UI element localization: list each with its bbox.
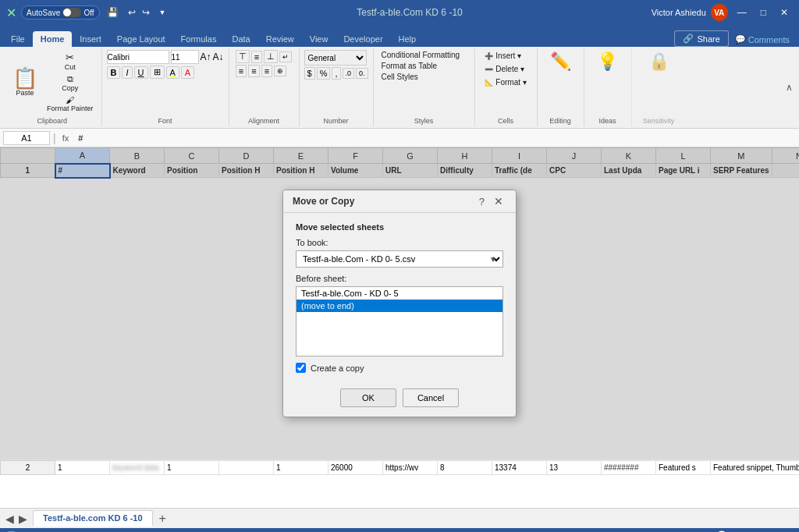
currency-button[interactable]: $ — [304, 67, 315, 80]
data-cell[interactable]: 1 — [165, 461, 219, 475]
align-middle-button[interactable]: ≡ — [251, 51, 262, 63]
align-top-button[interactable]: ⊤ — [236, 50, 250, 63]
sheet-item-0[interactable]: Testf-a-ble.Com - KD 0- 5 — [297, 287, 502, 300]
dialog-help-icon[interactable]: ? — [479, 196, 485, 207]
insert-button[interactable]: ➕ Insert ▾ — [481, 50, 524, 62]
customize-qat-button[interactable]: ▼ — [157, 8, 169, 17]
format-painter-button[interactable]: 🖌 Format Painter — [44, 94, 97, 114]
tab-help[interactable]: Help — [391, 31, 424, 47]
italic-button[interactable]: I — [122, 66, 132, 79]
decrease-decimal-button[interactable]: 0. — [356, 68, 368, 79]
merge-button[interactable]: ⊕ — [274, 66, 286, 76]
data-cell[interactable]: 26000 — [328, 461, 383, 475]
align-center-button[interactable]: ≡ — [248, 65, 259, 77]
align-right-button[interactable]: ≡ — [261, 65, 272, 77]
data-cell[interactable]: ######## — [602, 461, 656, 475]
sheet-tab-active[interactable]: Testf-a-ble.com KD 6 -10 — [33, 510, 153, 527]
ribbon-expand-button[interactable]: ∧ — [786, 82, 793, 93]
format-icon: 📐 — [485, 79, 493, 87]
comma-button[interactable]: , — [332, 67, 340, 80]
dialog-close-button[interactable]: ✕ — [491, 195, 506, 207]
format-button[interactable]: 📐 Format ▾ — [481, 76, 529, 88]
increase-font-button[interactable]: A↑ — [201, 51, 211, 62]
create-copy-checkbox[interactable] — [296, 363, 306, 373]
ideas-group: 💡 Ideas — [584, 48, 631, 126]
tab-page-layout[interactable]: Page Layout — [109, 31, 173, 47]
data-cell[interactable]: Featured s — [656, 461, 711, 475]
title-bar: ✕ AutoSave Off 💾 ↩ ↪ ▼ Testf-a-ble.Com K… — [0, 0, 799, 25]
minimize-button[interactable]: — — [733, 5, 751, 20]
autosave-badge[interactable]: AutoSave Off — [21, 5, 100, 20]
wrap-text-button[interactable]: ↵ — [279, 51, 292, 62]
close-button[interactable]: ✕ — [776, 5, 793, 20]
borders-button[interactable]: ⊞ — [150, 66, 165, 79]
data-cell[interactable]: Featured snippet, Thumb — [711, 461, 800, 475]
data-cell[interactable]: 8 — [438, 461, 492, 475]
to-book-select[interactable]: Testf-a-ble.Com - KD 0- 5.csv — [296, 250, 503, 268]
comments-button[interactable]: 💬 Comments — [729, 32, 796, 47]
font-name-input[interactable] — [107, 50, 169, 64]
data-cell[interactable]: keyword data — [110, 461, 165, 475]
data-cell[interactable] — [219, 461, 274, 475]
share-button[interactable]: 🔗 Share — [674, 30, 728, 47]
align-left-button[interactable]: ≡ — [236, 65, 247, 77]
percent-button[interactable]: % — [317, 67, 331, 80]
font-size-input[interactable] — [171, 50, 199, 64]
data-cell[interactable]: 13 — [547, 461, 602, 475]
editing-label: Editing — [538, 117, 584, 125]
spreadsheet-area: A B C D E F G H I J K L M N — [0, 147, 799, 459]
tab-review[interactable]: Review — [258, 31, 302, 47]
excel-logo: ✕ — [6, 5, 16, 20]
prev-sheet-button[interactable]: ◀ — [3, 512, 16, 525]
user-avatar[interactable]: VA — [711, 4, 728, 21]
redo-button[interactable]: ↪ — [140, 6, 152, 19]
formula-input[interactable] — [75, 131, 796, 145]
sheet-item-1[interactable]: (move to end) — [297, 300, 502, 312]
dialog-header: Move or Copy ? ✕ — [283, 190, 516, 213]
maximize-button[interactable]: □ — [756, 5, 771, 20]
sensitivity-group: 🔒 Sensitivity — [631, 48, 686, 126]
function-wizard-button[interactable]: fx — [59, 133, 73, 143]
number-label: Number — [300, 117, 373, 125]
add-sheet-button[interactable]: + — [154, 512, 171, 526]
tab-view[interactable]: View — [302, 31, 336, 47]
cell-styles-button[interactable]: Cell Styles — [377, 72, 471, 82]
data-cell[interactable]: https://wv — [383, 461, 438, 475]
tab-file[interactable]: File — [3, 31, 33, 47]
bold-button[interactable]: B — [107, 66, 121, 79]
decrease-font-button[interactable]: A↓ — [213, 51, 224, 62]
cell-reference-input[interactable] — [3, 131, 50, 145]
comment-icon: 💬 — [735, 34, 746, 44]
autosave-state: Off — [83, 9, 94, 17]
conditional-formatting-button[interactable]: Conditional Formatting — [377, 50, 471, 60]
font-color-button[interactable]: A — [181, 66, 194, 79]
data-cell[interactable]: 1 — [274, 461, 328, 475]
tab-insert[interactable]: Insert — [72, 31, 109, 47]
ideas-button[interactable]: 💡 — [594, 50, 621, 73]
align-bottom-button[interactable]: ⊥ — [264, 50, 278, 63]
underline-button[interactable]: U — [134, 66, 148, 79]
tab-developer[interactable]: Developer — [336, 31, 390, 47]
number-format-select[interactable]: General — [304, 50, 367, 66]
data-cell[interactable]: 1 — [55, 461, 110, 475]
data-cell[interactable]: 13374 — [492, 461, 547, 475]
ok-button[interactable]: OK — [340, 388, 396, 407]
autosave-toggle[interactable] — [62, 8, 81, 17]
format-as-table-button[interactable]: Format as Table — [377, 61, 471, 71]
fill-color-button[interactable]: A — [166, 66, 179, 79]
increase-decimal-button[interactable]: .0 — [343, 68, 355, 79]
tab-home[interactable]: Home — [33, 31, 73, 47]
tab-data[interactable]: Data — [224, 31, 257, 47]
tab-formulas[interactable]: Formulas — [173, 31, 225, 47]
copy-button[interactable]: ⧉ Copy — [44, 73, 97, 94]
delete-button[interactable]: ➖ Delete ▾ — [481, 63, 527, 75]
undo-button[interactable]: ↩ — [126, 6, 138, 19]
save-button[interactable]: 💾 — [105, 6, 121, 19]
paste-button[interactable]: 📋 Paste — [8, 65, 42, 100]
cancel-button[interactable]: Cancel — [403, 388, 459, 407]
next-sheet-button[interactable]: ▶ — [16, 512, 30, 525]
editing-icon: ✏️ — [550, 51, 571, 72]
editing-button[interactable]: ✏️ — [547, 50, 574, 73]
sensitivity-button[interactable]: 🔒 — [645, 50, 673, 73]
cut-button[interactable]: ✂ Cut — [44, 50, 97, 73]
